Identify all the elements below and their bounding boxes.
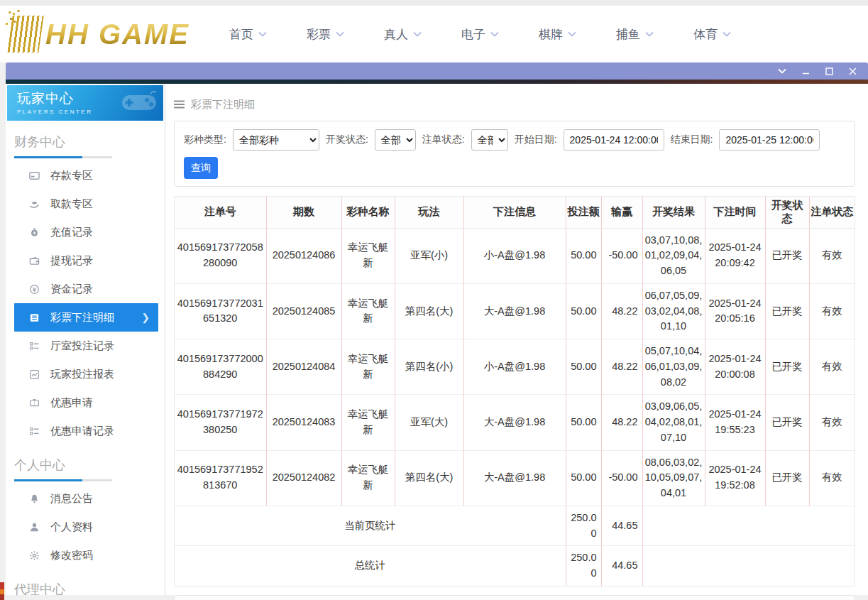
- table-cell: 幸运飞艇新: [341, 339, 395, 395]
- sidebar-item-label: 消息公告: [50, 492, 93, 506]
- sidebar-item-取款专区[interactable]: 取款专区: [6, 190, 165, 218]
- table-cell: 50.00: [566, 339, 601, 395]
- sidebar: 玩家中心 PLAYERS CENTER 财务中心: [6, 84, 165, 595]
- column-header: 下注信息: [463, 197, 566, 228]
- nav-item-2[interactable]: 真人: [384, 26, 422, 43]
- sidebar-item-修改密码[interactable]: 修改密码: [6, 541, 165, 569]
- table-cell: 第四名(大): [395, 283, 463, 339]
- table-cell: 2025-01-24 19:52:08: [705, 450, 765, 506]
- sidebar-item-厅室投注记录[interactable]: 厅室投注记录: [6, 332, 165, 360]
- summary-bet-total: 250.00: [566, 506, 601, 546]
- summary-row: 总统计 250.00 44.65: [175, 546, 855, 586]
- lottery-type-select[interactable]: 全部彩种: [233, 129, 319, 151]
- start-date-input[interactable]: [564, 129, 664, 151]
- nav-item-5[interactable]: 捕鱼: [616, 26, 654, 43]
- sidebar-item-优惠申请记录[interactable]: 优惠申请记录: [6, 417, 165, 445]
- end-date-label: 结束日期:: [671, 133, 713, 146]
- table-cell: 大-A盘@1.98: [463, 283, 566, 339]
- filter-panel: 彩种类型: 全部彩种 开奖状态: 全部 注单状态: 全部 开始日期: 结束日期:: [174, 121, 855, 187]
- table-cell: 03,07,10,08,01,02,09,04,06,05: [642, 228, 705, 283]
- summary-empty-cell: [642, 506, 855, 546]
- sidebar-item-label: 玩家投注报表: [50, 368, 114, 381]
- pagination-bar: 每页显示20条 共5条 首页 上一页 1 下一页 第 页 跳转: [174, 595, 855, 600]
- sidebar-item-label: 取款专区: [50, 197, 93, 211]
- nav-item-6[interactable]: 体育: [693, 26, 731, 43]
- sidebar-section-title-1: 个人中心: [6, 445, 165, 477]
- table-cell: 20250124085: [266, 283, 341, 339]
- column-header: 注单状态: [809, 197, 855, 228]
- table-cell: 50.00: [566, 450, 601, 506]
- table-row: 40156917377197238025020250124083幸运飞艇新亚军(…: [175, 395, 855, 450]
- sidebar-item-彩票下注明细[interactable]: 彩票下注明细 ❯: [14, 303, 158, 332]
- nav-item-3[interactable]: 电子: [461, 26, 499, 43]
- nav-item-0[interactable]: 首页: [229, 26, 267, 43]
- chevron-down-icon: [413, 31, 422, 37]
- search-button[interactable]: 查询: [184, 157, 218, 179]
- bet-detail-icon: [28, 312, 40, 323]
- table-cell: 2025-01-24 19:55:23: [705, 395, 765, 450]
- order-status-select[interactable]: 全部: [471, 129, 508, 151]
- hamburger-icon[interactable]: [174, 100, 185, 109]
- close-icon[interactable]: [849, 67, 857, 75]
- table-cell: 48.22: [601, 339, 642, 395]
- table-cell: 401569173771952813670: [175, 450, 266, 506]
- section-underline: [14, 479, 112, 481]
- sidebar-item-label: 优惠申请: [50, 396, 93, 410]
- table-cell: 大-A盘@1.98: [463, 395, 566, 450]
- table-cell: 50.00: [566, 395, 601, 450]
- sidebar-sections: 财务中心 存款专区 取款专区 充值记录: [6, 122, 165, 600]
- sidebar-item-充值记录[interactable]: 充值记录: [6, 218, 165, 246]
- nav-item-label: 捕鱼: [616, 26, 640, 43]
- sidebar-item-label: 存款专区: [50, 169, 93, 182]
- chevron-down-icon[interactable]: [778, 68, 786, 74]
- sidebar-item-个人资料[interactable]: 个人资料: [6, 513, 165, 541]
- sidebar-item-存款专区[interactable]: 存款专区: [6, 161, 165, 190]
- table-cell: 2025-01-24 20:09:42: [705, 228, 765, 283]
- sidebar-item-label: 优惠申请记录: [50, 425, 114, 438]
- sidebar-item-资金记录[interactable]: 资金记录: [6, 275, 165, 303]
- minimize-icon[interactable]: [802, 67, 810, 75]
- app-window: 玩家中心 PLAYERS CENTER 财务中心: [6, 62, 868, 595]
- table-row: 40156917377203165132020250124085幸运飞艇新第四名…: [175, 283, 855, 339]
- site-logo[interactable]: HH GAME: [10, 16, 189, 53]
- sidebar-header: 玩家中心 PLAYERS CENTER: [7, 85, 163, 121]
- draw-status-select[interactable]: 全部: [375, 129, 416, 151]
- bet-table: 注单号期数彩种名称玩法下注信息投注额输赢开奖结果下注时间开奖状态注单状态4015…: [175, 197, 855, 586]
- end-date-input[interactable]: [719, 129, 820, 151]
- table-cell: 已开奖: [765, 395, 809, 450]
- sidebar-item-消息公告[interactable]: 消息公告: [6, 484, 165, 513]
- nav-item-4[interactable]: 棋牌: [539, 26, 576, 43]
- summary-bet-total: 250.00: [566, 546, 601, 586]
- sidebar-item-玩家投注报表[interactable]: 玩家投注报表: [6, 360, 165, 388]
- start-date-label: 开始日期:: [515, 133, 557, 146]
- table-cell: 03,09,06,05,04,02,08,01,07,10: [642, 395, 705, 450]
- sidebar-item-优惠申请[interactable]: 优惠申请: [6, 388, 165, 417]
- nav-item-1[interactable]: 彩票: [307, 26, 344, 43]
- table-cell: 幸运飞艇新: [341, 283, 395, 339]
- table-cell: 小-A盘@1.98: [463, 228, 566, 283]
- withdraw-hand-icon: [28, 199, 40, 209]
- maximize-icon[interactable]: [825, 67, 833, 75]
- chevron-down-icon: [568, 31, 576, 37]
- column-header: 投注额: [566, 197, 601, 228]
- table-row: 40156917377200088429020250124084幸运飞艇新第四名…: [175, 339, 855, 395]
- logo-text: HH GAME: [45, 18, 189, 50]
- main-content: 彩票下注明细 彩种类型: 全部彩种 开奖状态: 全部 注单状态: 全部: [165, 84, 868, 595]
- section-underline: [14, 156, 112, 158]
- table-cell: 20250124083: [266, 395, 341, 450]
- sidebar-item-label: 提现记录: [50, 254, 93, 268]
- order-status-label: 注单状态:: [422, 133, 465, 146]
- chevron-down-icon: [645, 31, 654, 37]
- table-cell: 2025-01-24 20:05:16: [705, 283, 765, 339]
- nav-item-label: 电子: [461, 26, 485, 43]
- sidebar-item-提现记录[interactable]: 提现记录: [6, 246, 165, 275]
- lottery-type-label: 彩种类型:: [184, 133, 226, 146]
- nav-item-label: 棋牌: [539, 26, 563, 43]
- sidebar-section-title-2: 代理中心: [6, 569, 165, 600]
- top-strip: [0, 0, 868, 6]
- background-artifact: [0, 582, 4, 600]
- main-nav: 首页 彩票 真人 电子 棋牌 捕鱼 体育: [229, 26, 731, 43]
- promo-record-icon: [28, 426, 40, 437]
- sidebar-section-title-0: 财务中心: [6, 122, 165, 154]
- table-cell: 幸运飞艇新: [341, 395, 395, 450]
